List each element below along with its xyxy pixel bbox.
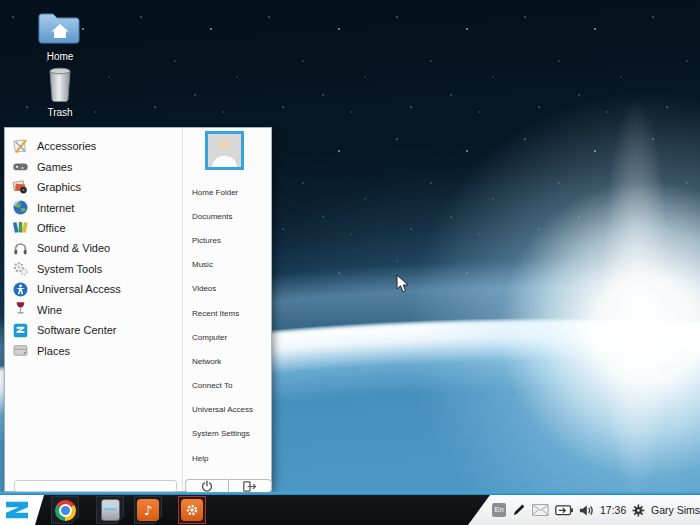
menu-category-label: Internet (37, 202, 74, 214)
desktop: Home Trash Accessories Games (0, 0, 700, 525)
mail-icon[interactable] (532, 504, 549, 516)
menu-place-network[interactable]: Network (183, 349, 272, 373)
desktop-icon-label: Home (32, 51, 88, 62)
menu-categories-column: Accessories Games Graphics Internet Offi… (5, 128, 183, 491)
battery-charging-icon[interactable] (555, 505, 574, 516)
menu-place-computer[interactable]: Computer (183, 325, 272, 349)
menu-place-system-settings[interactable]: System Settings (183, 422, 272, 446)
menu-place-universal-access[interactable]: Universal Access (183, 398, 272, 422)
person-avatar-icon (208, 134, 241, 167)
taskbar-app-music-player[interactable]: ♪ (134, 496, 162, 524)
taskbar: ♪ En 17:36 Gary Sims (0, 492, 700, 525)
menu-search-input[interactable] (14, 480, 177, 492)
menu-category-office[interactable]: Office (5, 218, 182, 238)
power-icon (201, 480, 213, 492)
chrome-icon (55, 500, 76, 521)
file-manager-icon (101, 499, 120, 521)
menu-category-accessories[interactable]: Accessories (5, 136, 182, 156)
menu-category-label: Places (37, 345, 70, 357)
session-gear-icon[interactable] (632, 504, 645, 517)
menu-place-music[interactable]: Music (183, 253, 272, 277)
menu-category-wine[interactable]: Wine (5, 300, 182, 320)
menu-place-pictures[interactable]: Pictures (183, 228, 272, 252)
software-center-icon (12, 322, 29, 339)
desktop-icon-home[interactable]: Home (32, 10, 88, 62)
pen-icon[interactable] (512, 503, 526, 517)
menu-place-videos[interactable]: Videos (183, 277, 272, 301)
system-tools-icon (12, 260, 29, 277)
menu-category-label: Software Center (37, 324, 116, 336)
menu-place-connect-to[interactable]: Connect To (183, 374, 272, 398)
menu-category-label: Accessories (37, 140, 96, 152)
menu-place-recent-items[interactable]: Recent Items (183, 301, 272, 325)
menu-place-help[interactable]: Help (183, 446, 272, 470)
accessories-icon (12, 138, 29, 155)
desktop-icon-trash[interactable]: Trash (32, 66, 88, 118)
taskbar-app-software-center[interactable] (178, 496, 206, 524)
menu-category-system-tools[interactable]: System Tools (5, 259, 182, 279)
music-note-icon: ♪ (137, 499, 159, 521)
menu-category-label: Sound & Video (37, 242, 110, 254)
taskbar-app-file-manager[interactable] (96, 496, 124, 524)
menu-category-places[interactable]: Places (5, 340, 182, 360)
menu-category-label: Wine (37, 304, 62, 316)
menu-category-software-center[interactable]: Software Center (5, 320, 182, 340)
user-avatar[interactable] (205, 131, 244, 170)
wine-icon (12, 301, 29, 318)
menu-category-label: Graphics (37, 181, 81, 193)
office-icon (12, 219, 29, 236)
desktop-icon-label: Trash (32, 107, 88, 118)
clock[interactable]: 17:36 (600, 504, 626, 516)
graphics-icon (12, 179, 29, 196)
gear-icon (181, 499, 203, 521)
user-name[interactable]: Gary Sims (651, 504, 700, 516)
sound-video-icon (12, 240, 29, 257)
menu-place-documents[interactable]: Documents (183, 204, 272, 228)
logout-button[interactable] (228, 479, 272, 493)
menu-places-column: Home Folder Documents Pictures Music Vid… (183, 128, 272, 491)
internet-icon (12, 199, 29, 216)
menu-category-games[interactable]: Games (5, 156, 182, 176)
menu-category-internet[interactable]: Internet (5, 197, 182, 217)
menu-category-label: Games (37, 161, 72, 173)
session-buttons (185, 479, 272, 493)
taskbar-app-chrome[interactable] (51, 496, 79, 524)
mouse-cursor (396, 274, 410, 294)
volume-icon[interactable] (579, 504, 594, 517)
system-tray: En 17:36 Gary Sims (468, 495, 700, 525)
keyboard-layout-indicator[interactable]: En (492, 503, 506, 517)
menu-category-label: Universal Access (37, 283, 121, 295)
trash-icon (45, 66, 75, 102)
menu-place-home-folder[interactable]: Home Folder (183, 180, 272, 204)
shutdown-button[interactable] (185, 479, 228, 493)
menu-category-graphics[interactable]: Graphics (5, 177, 182, 197)
menu-category-sound-video[interactable]: Sound & Video (5, 238, 182, 258)
menu-category-universal-access[interactable]: Universal Access (5, 279, 182, 299)
games-icon (12, 158, 29, 175)
start-menu: Accessories Games Graphics Internet Offi… (4, 127, 272, 492)
zorin-z-icon (3, 499, 31, 521)
home-folder-icon (37, 10, 83, 46)
start-menu-button[interactable] (0, 495, 46, 525)
menu-category-label: System Tools (37, 263, 102, 275)
logout-icon (243, 481, 257, 492)
universal-access-icon (12, 281, 29, 298)
menu-category-label: Office (37, 222, 66, 234)
places-icon (12, 342, 29, 359)
